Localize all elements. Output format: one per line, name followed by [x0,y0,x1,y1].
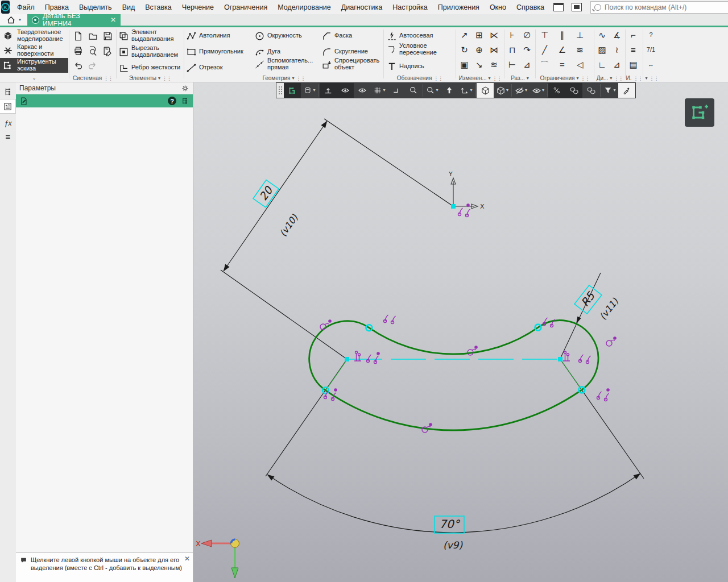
constraint-tool-button[interactable]: ⊤ [537,28,552,42]
normal-to-plane-button[interactable] [320,83,337,98]
toolbar-drag-handle[interactable] [276,83,284,98]
gear-icon[interactable] [181,84,189,93]
section-handle-icon[interactable]: ⋮⋮ [614,76,623,81]
open-document-button[interactable] [86,29,100,43]
command-search[interactable] [590,1,728,14]
constraint-tool-button[interactable]: ∥ [555,28,569,42]
dimension-r5[interactable] [560,273,601,359]
cap-radius-line[interactable] [326,359,348,390]
section-handle-icon[interactable]: ⋮⋮ [162,76,171,81]
extra-tool-button[interactable]: 7/1 [644,43,658,57]
dropdown-arrow-icon[interactable]: ▾ [610,76,612,81]
constraint-tool-button[interactable]: ⊥ [573,28,587,42]
left-arc-center-point[interactable] [345,357,349,361]
drawing-canvas[interactable]: 20 (v10) 70° (v9) R5 (v11) [193,82,728,582]
dropdown-arrow-icon[interactable]: ▾ [158,76,160,81]
tool-rib[interactable]: Ребро жесткости [118,60,183,75]
ribbon-collapse-chevron[interactable]: ⌄ [0,75,68,82]
sketch-slot-contour[interactable] [309,321,598,430]
section-handle-icon[interactable]: ⋮⋮ [633,76,642,81]
context-cube-button[interactable] [582,83,599,98]
dimension-tool-button[interactable]: ↷ [520,43,534,57]
undo-button[interactable] [71,59,85,72]
window-layout-icon[interactable] [553,3,564,11]
modify-tool-button[interactable]: ⊕ [472,43,486,57]
constraint-tool-button[interactable]: ≋ [573,43,587,57]
measure-tool-button[interactable]: ⌐ [626,28,640,42]
modify-tool-button[interactable]: ▣ [457,58,471,72]
menu-panel-button[interactable]: ≡ [0,129,16,144]
tool-autoline[interactable]: Автолиния [186,28,230,43]
extra-tool-button[interactable]: ↔ [644,58,658,72]
eyedropper-button[interactable] [618,83,635,98]
zoom-selection-button[interactable]: ▾ [424,83,441,98]
split-curve-button[interactable] [548,83,565,98]
tool-cut-extrude[interactable]: Вырезать выдавливанием [118,44,183,59]
redo-button[interactable] [86,59,100,72]
tool-rectangle[interactable]: Прямоугольник [186,44,243,59]
dimension-20-value[interactable]: 20 [253,180,279,207]
menu-window[interactable]: Окно [485,0,511,14]
modify-tool-button[interactable]: ⋉ [487,28,501,42]
new-document-button[interactable] [71,29,85,43]
menu-view[interactable]: Вид [117,0,140,14]
dimension-tool-button[interactable]: ⊓ [505,43,519,57]
section-view-button[interactable]: ▾ [530,83,547,98]
tab-close-icon[interactable]: ✕ [110,16,116,24]
modify-tool-button[interactable]: ≋ [487,58,501,72]
diagnostic-tool-button[interactable]: ≀ [610,43,624,57]
menu-applications[interactable]: Приложения [433,0,485,14]
extra-tool-button[interactable]: ? [644,28,658,42]
modify-tool-button[interactable]: ↻ [457,43,471,57]
parameters-panel-button[interactable] [0,99,16,114]
dimension-70-value[interactable]: 70° [435,516,464,533]
section-handle-icon[interactable]: ⋮⋮ [650,76,659,81]
mode-solid-modeling[interactable]: Твердотельное моделирование [0,28,68,43]
save-button[interactable] [101,29,114,43]
measure-tool-button[interactable]: ≡ [626,43,640,57]
cap-radius-line[interactable] [560,359,581,390]
edit-document-icon[interactable] [19,97,28,106]
dimension-tool-button[interactable]: ⊢ [505,58,519,72]
tool-circle[interactable]: Окружность [254,28,302,43]
section-handle-icon[interactable]: ⋮⋮ [104,76,113,81]
diagnostic-tool-button[interactable]: ∡ [610,28,624,42]
grid-button[interactable]: ▾ [371,83,388,98]
menu-insert[interactable]: Вставка [140,0,176,14]
sketch-points[interactable] [345,204,562,361]
modify-tool-button[interactable]: ⋈ [487,43,501,57]
tool-segment[interactable]: Отрезок [186,60,222,75]
menu-help[interactable]: Справка [511,0,549,14]
refresh-view-button[interactable] [354,83,371,98]
dimension-tool-button[interactable]: ⊦ [505,28,519,42]
display-style-button[interactable]: ▾ [301,83,318,98]
diagnostic-tool-button[interactable]: ⊿ [610,58,624,72]
menu-modeling[interactable]: Моделирование [272,0,336,14]
tool-extrude[interactable]: Элемент выдавливания [118,28,183,43]
menu-diagnostics[interactable]: Диагностика [336,0,387,14]
sketch-mode-button[interactable] [284,83,301,98]
tool-auxiliary-line[interactable]: Вспомогатель... прямая [254,57,320,72]
document-tab[interactable]: Деталь БЕЗ ИМЕНИ4 ✕ [27,14,121,26]
mode-wireframe-surfaces[interactable]: Каркас и поверхности [0,43,68,58]
menu-settings[interactable]: Настройка [387,0,433,14]
modify-tool-button[interactable]: ↘ [472,58,486,72]
diagnostic-tool-button[interactable]: ∟ [595,58,609,72]
help-icon[interactable]: ? [168,97,176,105]
orientation-button[interactable]: ▾ [458,83,475,98]
constraint-tool-button[interactable]: ⌒ [537,58,552,72]
tree-panel-button[interactable] [0,84,16,99]
section-handle-icon[interactable]: ⋮⋮ [296,76,305,81]
tool-chamfer[interactable]: Фаска [321,28,352,43]
mode-sketch-tools[interactable]: Инструменты эскиза [0,58,68,73]
home-button[interactable]: ▾ [0,14,27,26]
modify-tool-button[interactable]: ⊞ [472,28,486,42]
sketch-mode-indicator[interactable] [685,98,714,127]
section-handle-icon[interactable]: ⋮⋮ [493,76,502,81]
measure-tool-button[interactable]: ▤ [626,58,640,72]
save-as-button[interactable] [101,44,114,57]
snap-corner-button[interactable] [388,83,405,98]
dropdown-arrow-icon[interactable]: ▾ [645,76,647,81]
dimension-tool-button[interactable]: ∅ [520,28,534,42]
tree-structure-icon[interactable] [181,97,189,105]
